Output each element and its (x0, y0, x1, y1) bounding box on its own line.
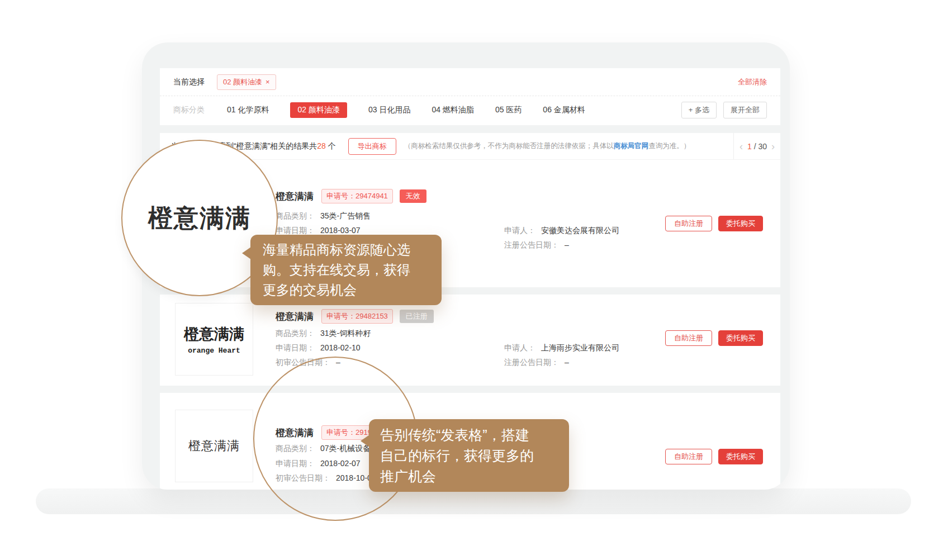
reg-publication-value: – (565, 240, 569, 249)
tab-05-medicine[interactable]: 05 医药 (495, 105, 522, 115)
apply-date-line: 申请日期：2018-02-10 申请人：上海雨步实业有限公司 (276, 343, 361, 353)
category-tabs: 01 化学原料 02 颜料油漆 03 日化用品 04 燃料油脂 05 医药 06… (227, 102, 585, 118)
disclaimer-text: （商标检索结果仅供参考，不作为商标能否注册的法律依据；具体以商标局官网查询为准。… (404, 141, 691, 151)
callout-text-line: 告别传统“发表格”，搭建 (380, 425, 558, 445)
page: 当前选择 02 颜料油漆× 全部清除 商标分类 01 化学原料 02 颜料油漆 … (0, 0, 948, 560)
apply-date-value: 2018-02-10 (320, 343, 361, 352)
laptop-base (36, 488, 911, 514)
disclaimer-prefix: （商标检索结果仅供参考，不作为商标能否注册的法律依据；具体以 (404, 142, 614, 150)
tab-03-daily-chem[interactable]: 03 日化用品 (368, 105, 410, 115)
callout-text-line: 更多的交易机会 (263, 280, 429, 300)
category-line: 商品类别：31类-饲料种籽 (276, 329, 371, 339)
selected-filter-tag[interactable]: 02 颜料油漆× (217, 74, 276, 90)
callout-text-line: 海量精品商标资源随心选 (263, 240, 429, 260)
next-page-icon[interactable]: › (771, 141, 775, 151)
application-number-badge: 申请号：29474941 (321, 189, 393, 203)
reg-publication-value: – (565, 358, 569, 367)
selected-filter-tag-label: 02 颜料油漆 (223, 78, 262, 86)
result-title-line: 橙意满满 申请号：29474941 无效 (276, 189, 426, 203)
callout-text-line: 自己的标行，获得更多的 (380, 445, 558, 466)
results-header: 当前分类共检索到“橙意满满”相关的结果共28 个 导出商标 （商标检索结果仅供参… (160, 133, 780, 160)
callout-promo-tooltip: 告别传统“发表格”，搭建 自己的标行，获得更多的 推广机会 (369, 419, 569, 492)
result-title-line: 橙意满满 申请号：29482153 已注册 (276, 309, 434, 324)
entrust-buy-button[interactable]: 委托购买 (718, 330, 763, 346)
pagination: ‹ 1 / 30 › (733, 133, 780, 159)
self-register-button[interactable]: 自助注册 (665, 449, 712, 464)
multi-select-button[interactable]: + 多选 (681, 102, 717, 118)
current-page: 1 (747, 142, 752, 151)
results-count: 28 (317, 141, 326, 150)
prev-page-icon[interactable]: ‹ (740, 141, 743, 151)
trademark-name: 橙意满满 (276, 310, 314, 323)
category-field-label: 商品类别： (276, 211, 315, 220)
tag-close-icon[interactable]: × (266, 78, 270, 86)
export-trademark-button[interactable]: 导出商标 (348, 138, 396, 155)
self-register-button[interactable]: 自助注册 (665, 216, 712, 231)
callout-text-line: 购。支持在线交易，获得 (263, 260, 429, 280)
trademark-image-text: 橙意满满 (188, 438, 240, 454)
reg-publication-label: 注册公告日期： (504, 240, 559, 249)
current-selection-label: 当前选择 (173, 77, 205, 87)
applicant-value: 安徽美达会展有限公司 (541, 226, 619, 235)
applicant-value: 上海雨步实业有限公司 (541, 343, 619, 352)
callout-text-line: 推广机会 (380, 466, 558, 487)
trademark-image: 橙意满满 (175, 410, 253, 482)
callout-arrow-left-icon (361, 435, 369, 447)
result-row: 橙意满满 orange Heart 橙意满满 申请号：29482153 已注册 … (160, 295, 780, 386)
disclaimer-suffix: 查询为准。） (648, 142, 690, 150)
apply-date-value: 2018-03-07 (320, 226, 361, 235)
current-selection-row: 当前选择 02 颜料油漆× 全部清除 (160, 68, 780, 96)
application-number-badge: 申请号：29482153 (321, 309, 393, 324)
callout-trade-tooltip: 海量精品商标资源随心选 购。支持在线交易，获得 更多的交易机会 (250, 235, 442, 305)
trademark-image: 橙意满满 orange Heart (175, 303, 253, 376)
callout-arrow-left-icon (242, 247, 251, 259)
tab-01-chemical[interactable]: 01 化学原料 (227, 105, 269, 115)
category-line: 商品类别：35类-广告销售 (276, 211, 371, 221)
category-label: 商标分类 (173, 105, 205, 115)
status-badge: 无效 (400, 189, 426, 203)
applicant-label: 申请人： (504, 226, 535, 235)
tab-04-fuel[interactable]: 04 燃料油脂 (432, 105, 473, 115)
magnified-trademark-text: 橙意满满 (148, 202, 251, 235)
reg-publication-label: 注册公告日期： (504, 358, 559, 367)
apply-date-label: 申请日期： (276, 226, 315, 235)
expand-all-button[interactable]: 展开全部 (723, 102, 767, 118)
trademark-image-text: 橙意满满 (184, 324, 244, 344)
trademark-office-link[interactable]: 商标局官网 (614, 142, 649, 150)
tab-02-paint-selected[interactable]: 02 颜料油漆 (290, 102, 347, 118)
category-value: 31类-饲料种籽 (320, 329, 371, 338)
page-indicator: 1 / 30 (747, 142, 767, 151)
clear-all-link[interactable]: 全部清除 (738, 77, 767, 87)
status-badge: 已注册 (400, 310, 434, 323)
filter-panel: 当前选择 02 颜料油漆× 全部清除 商标分类 01 化学原料 02 颜料油漆 … (160, 68, 780, 125)
entrust-buy-button[interactable]: 委托购买 (718, 449, 763, 464)
trademark-image-subtext: orange Heart (188, 347, 240, 355)
entrust-buy-button[interactable]: 委托购买 (718, 216, 763, 231)
total-pages: 30 (758, 142, 767, 151)
applicant-label: 申请人： (504, 343, 535, 352)
category-field-label: 商品类别： (276, 329, 315, 338)
tab-06-metal[interactable]: 06 金属材料 (543, 105, 585, 115)
self-register-button[interactable]: 自助注册 (665, 330, 712, 346)
apply-date-label: 申请日期： (276, 343, 315, 352)
summary-suffix: 个 (326, 141, 336, 150)
page-separator: / (752, 142, 759, 151)
category-value: 35类-广告销售 (320, 211, 371, 220)
trademark-name: 橙意满满 (276, 190, 314, 203)
category-row: 商标分类 01 化学原料 02 颜料油漆 03 日化用品 04 燃料油脂 05 … (160, 96, 780, 124)
